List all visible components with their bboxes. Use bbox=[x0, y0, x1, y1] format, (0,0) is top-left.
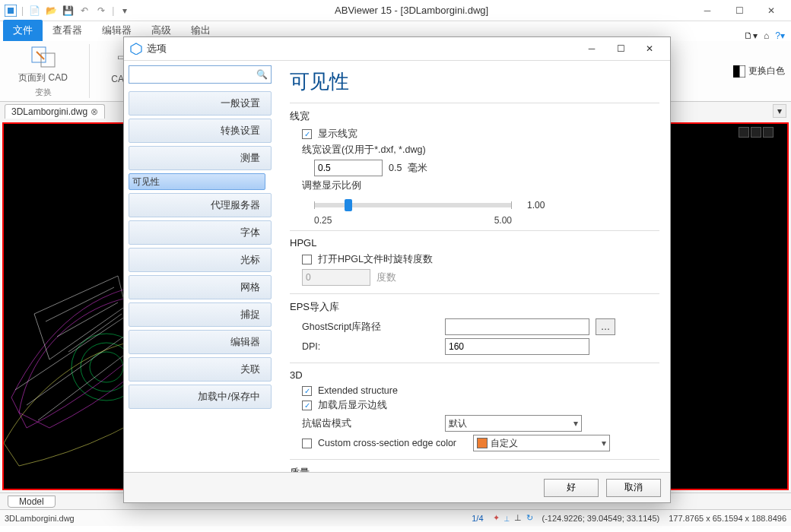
ext-structure-checkbox[interactable]: ✓ bbox=[302, 386, 312, 396]
scale-slider-thumb[interactable] bbox=[345, 199, 352, 211]
nav-convert[interactable]: 转换设置 bbox=[129, 119, 272, 143]
new-icon[interactable]: 📄 bbox=[28, 5, 40, 17]
hpgl-degrees-unit: 度数 bbox=[376, 271, 396, 284]
group-eps: EPS导入库 bbox=[290, 300, 659, 314]
group-3d: 3D bbox=[290, 369, 659, 381]
page-to-cad-label: 页面到 CAD bbox=[18, 71, 68, 84]
document-tab[interactable]: 3DLamborgini.dwg ⊗ bbox=[5, 104, 105, 119]
swap-white-icon bbox=[733, 65, 745, 78]
page-to-cad-icon[interactable] bbox=[28, 44, 59, 70]
help-icon[interactable]: ?▾ bbox=[775, 30, 785, 41]
tab-viewer[interactable]: 查看器 bbox=[43, 20, 92, 41]
dialog-minimize-button[interactable]: ─ bbox=[577, 39, 606, 59]
nav-editor[interactable]: 编辑器 bbox=[129, 330, 272, 354]
qat-dropdown-icon[interactable]: ▾ bbox=[119, 5, 131, 17]
status-axis-icon[interactable]: ⟂ bbox=[504, 514, 510, 523]
document-tab-label: 3DLamborgini.dwg bbox=[11, 106, 87, 117]
linewidth-unit: 毫米 bbox=[408, 162, 427, 175]
svg-marker-9 bbox=[131, 43, 141, 55]
show-linewidth-checkbox[interactable]: ✓ bbox=[302, 129, 312, 139]
svg-rect-4 bbox=[733, 65, 739, 78]
status-dims: 177.8765 x 65.1594 x 188.8496 bbox=[669, 514, 786, 523]
minimize-button[interactable]: ─ bbox=[692, 2, 723, 20]
hpgl-degrees-input bbox=[302, 269, 370, 286]
status-ortho-icon[interactable]: ↻ bbox=[526, 513, 533, 523]
window-title: ABViewer 15 - [3DLamborgini.dwg] bbox=[131, 5, 692, 16]
viewcube-close-icon[interactable] bbox=[763, 127, 774, 138]
chevron-down-icon-2: ▾ bbox=[602, 438, 606, 448]
nav-visibility[interactable]: 可见性 bbox=[129, 173, 265, 190]
svg-rect-5 bbox=[739, 65, 745, 78]
show-edges-checkbox[interactable]: ✓ bbox=[302, 401, 312, 410]
dpi-input[interactable] bbox=[445, 338, 589, 355]
chevron-down-icon: ▾ bbox=[573, 418, 578, 429]
cross-color-checkbox[interactable] bbox=[302, 439, 312, 448]
aa-mode-select[interactable]: 默认 ▾ bbox=[445, 415, 582, 432]
options-search-input[interactable]: 🔍 bbox=[129, 65, 272, 84]
cross-color-select[interactable]: 自定义 ▾ bbox=[473, 435, 610, 451]
redo-icon[interactable]: ↷ bbox=[95, 5, 107, 17]
linewidth-input[interactable] bbox=[314, 160, 383, 176]
tab-file[interactable]: 文件 bbox=[3, 20, 43, 41]
status-coords: (-124.9226; 39.04549; 33.1145) bbox=[542, 514, 660, 523]
scale-value: 1.00 bbox=[527, 200, 545, 211]
document-tab-close-icon[interactable]: ⊗ bbox=[91, 106, 98, 117]
options-search-field[interactable] bbox=[132, 69, 256, 80]
nav-snap[interactable]: 捕捉 bbox=[129, 302, 272, 327]
ext-structure-label: Extended structure bbox=[318, 385, 398, 396]
dialog-close-button[interactable]: ✕ bbox=[635, 39, 664, 59]
nav-fonts[interactable]: 字体 bbox=[129, 220, 272, 245]
gs-browse-button[interactable]: … bbox=[596, 318, 615, 335]
nav-proxy[interactable]: 代理服务器 bbox=[129, 193, 272, 217]
convert-group-title: 变换 bbox=[35, 87, 52, 98]
scale-min: 0.25 bbox=[314, 215, 332, 226]
home-icon[interactable]: ⌂ bbox=[764, 30, 769, 41]
swap-white-button[interactable]: 更换白色 bbox=[733, 44, 785, 98]
nav-measure[interactable]: 测量 bbox=[129, 146, 272, 170]
group-linewidth: 线宽 bbox=[290, 109, 659, 123]
app-icon bbox=[5, 5, 17, 17]
viewcube-max-icon[interactable] bbox=[751, 127, 761, 138]
scale-slider[interactable] bbox=[314, 203, 512, 207]
nav-load-save[interactable]: 加载中/保存中 bbox=[129, 385, 272, 409]
nav-grid[interactable]: 网格 bbox=[129, 275, 272, 299]
status-ratio: 1/4 bbox=[472, 514, 483, 523]
viewcube-min-icon[interactable] bbox=[739, 127, 749, 138]
aa-mode-label: 抗锯齿模式 bbox=[302, 417, 439, 430]
qat-sep: | bbox=[21, 5, 24, 16]
dialog-title: 选项 bbox=[147, 42, 167, 55]
svg-rect-3 bbox=[41, 53, 55, 67]
doc-tab-scroll-icon[interactable]: ▾ bbox=[773, 104, 786, 118]
options-dialog: 选项 ─ ☐ ✕ 🔍 一般设置 转换设置 测量 可见性 代理服务器 字体 光标 … bbox=[123, 36, 671, 503]
group-quality: 质量 bbox=[290, 466, 659, 472]
maximize-button[interactable]: ☐ bbox=[724, 2, 754, 20]
nav-general[interactable]: 一般设置 bbox=[129, 91, 272, 116]
ribbon-options-icon[interactable]: 🗋▾ bbox=[744, 30, 758, 41]
cross-color-label: Custom cross-section edge color bbox=[318, 438, 467, 448]
gs-path-input[interactable] bbox=[445, 318, 589, 335]
close-button[interactable]: ✕ bbox=[756, 2, 786, 20]
search-icon[interactable]: 🔍 bbox=[256, 69, 268, 80]
show-edges-label: 加载后显示边线 bbox=[318, 399, 387, 412]
linewidth-settings-label: 线宽设置(仅用于*.dxf, *.dwg) bbox=[302, 144, 659, 157]
dialog-maximize-button[interactable]: ☐ bbox=[606, 39, 635, 59]
dpi-label: DPI: bbox=[302, 341, 439, 352]
page-heading: 可见性 bbox=[290, 68, 659, 95]
nav-assoc[interactable]: 关联 bbox=[129, 357, 272, 382]
qat-sep2: | bbox=[112, 5, 114, 16]
status-snap-icon[interactable]: ✦ bbox=[493, 513, 500, 523]
dialog-icon bbox=[130, 43, 142, 55]
open-icon[interactable]: 📂 bbox=[45, 5, 57, 17]
nav-cursor[interactable]: 光标 bbox=[129, 248, 272, 272]
cancel-button[interactable]: 取消 bbox=[606, 479, 661, 497]
gs-path-label: GhostScript库路径 bbox=[302, 321, 439, 334]
hpgl-rotate-checkbox[interactable] bbox=[302, 255, 312, 264]
save-icon[interactable]: 💾 bbox=[62, 5, 74, 17]
linewidth-value-display: 0.5 bbox=[389, 163, 402, 173]
status-grid-icon[interactable]: ⊥ bbox=[514, 513, 522, 523]
cross-color-value: 自定义 bbox=[491, 437, 518, 450]
color-swatch bbox=[477, 438, 488, 448]
model-tab[interactable]: Model bbox=[8, 496, 56, 508]
undo-icon[interactable]: ↶ bbox=[78, 5, 91, 17]
ok-button[interactable]: 好 bbox=[544, 479, 599, 497]
